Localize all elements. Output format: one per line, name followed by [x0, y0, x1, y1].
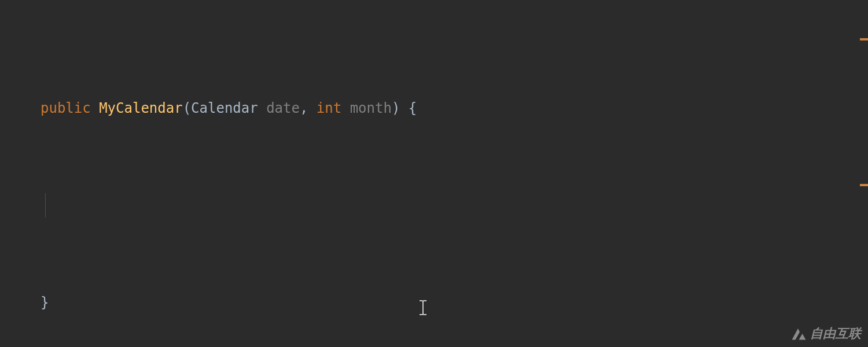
paren-open: (: [183, 100, 191, 116]
param-month: month: [350, 100, 392, 116]
code-line[interactable]: public MyCalendar(Calendar date, int mon…: [0, 96, 868, 120]
comma: ,: [300, 100, 317, 116]
watermark-text: 自由互联: [810, 325, 861, 342]
paren-close-brace: ) {: [392, 100, 417, 116]
brace-close: }: [41, 294, 49, 311]
param-date: date: [266, 100, 300, 116]
space: [341, 100, 350, 116]
watermark-icon: [789, 325, 807, 342]
gutter-warning-marker[interactable]: [860, 184, 868, 186]
watermark: 自由互联: [789, 325, 861, 342]
type-calendar: Calendar: [191, 100, 266, 116]
indent-guide: [45, 193, 46, 217]
keyword-public: public: [41, 100, 91, 116]
constructor-name: MyCalendar: [99, 100, 183, 116]
keyword-int: int: [317, 100, 341, 116]
code-line[interactable]: }: [0, 290, 868, 315]
code-line[interactable]: [0, 193, 868, 217]
code-editor[interactable]: public MyCalendar(Calendar date, int mon…: [0, 0, 868, 347]
gutter-warning-marker[interactable]: [860, 38, 868, 40]
